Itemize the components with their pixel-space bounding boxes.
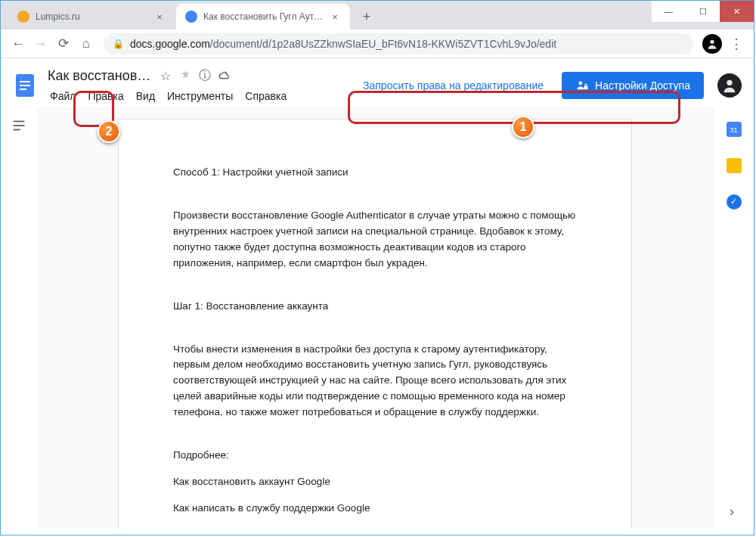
menu-help[interactable]: Справка [240,87,292,105]
svg-rect-4 [20,88,26,90]
document-paragraph: Произвести восстановление Google Authent… [173,208,577,272]
document-paragraph: Шаг 1: Восстановление аккаунта [173,299,577,315]
window-close[interactable]: ✕ [720,1,754,22]
info-icon[interactable]: ⓘ [197,68,212,83]
docs-header: Как восстанов… ☆ ⓘ Файл Правка Вид Инстр… [1,58,754,107]
tab-title: Lumpics.ru [36,11,150,22]
document-paragraph: Подробнее: [173,448,577,464]
browser-tab-docs[interactable]: Как восстановить Гугл Аутентиф × [176,4,350,29]
menu-file[interactable]: Файл [45,87,81,105]
svg-point-0 [710,39,714,43]
svg-rect-10 [14,129,20,131]
browser-tab-lumpics[interactable]: Lumpics.ru × [8,4,175,29]
star-icon[interactable]: ☆ [158,68,173,83]
svg-point-5 [578,82,582,85]
close-icon[interactable]: × [329,11,341,23]
document-paragraph: Способ 1: Настройки учетной записи [173,165,577,181]
menu-view[interactable]: Вид [131,87,160,105]
url-host: docs.google.com [130,38,210,50]
document-paragraph: Как восстановить аккаунт Google [173,474,577,490]
favicon-docs-icon [185,11,197,23]
menu-tools[interactable]: Инструменты [162,87,238,105]
browser-tabstrip: Lumpics.ru × Как восстановить Гугл Аутен… [1,1,754,29]
svg-rect-6 [584,86,587,90]
document-page: Способ 1: Настройки учетной записиПроизв… [118,119,632,529]
request-edit-access-link[interactable]: Запросить права на редактирование [354,73,553,98]
svg-rect-8 [14,121,25,123]
document-paragraph: Как написать в службу поддержки Google [173,501,577,517]
back-button[interactable]: ← [7,33,29,55]
document-paragraph: Чтобы внести изменения в настройки без д… [173,342,577,421]
close-icon[interactable]: × [153,11,166,23]
document-canvas[interactable]: Способ 1: Настройки учетной записиПроизв… [37,107,713,529]
cloud-icon[interactable] [217,68,232,83]
lock-icon: 🔒 [113,39,124,49]
account-avatar[interactable] [717,73,742,98]
person-lock-icon [575,79,589,92]
home-button[interactable]: ⌂ [75,33,98,55]
window-minimize[interactable]: — [652,1,686,22]
new-tab-button[interactable]: + [356,6,377,27]
expand-side-panel-icon[interactable]: › [730,504,734,520]
share-button-label: Настройки Доступа [595,79,690,92]
docs-menubar: Файл Правка Вид Инструменты Справка [45,87,292,105]
menu-edit[interactable]: Правка [82,87,129,105]
url-path: /document/d/1p2a8UsZZknwSIaEU_bFt6vN18-K… [210,38,556,50]
side-panel [713,107,754,529]
svg-rect-2 [20,81,30,82]
svg-rect-9 [14,125,25,126]
keep-icon[interactable] [727,158,742,173]
url-input[interactable]: 🔒 docs.google.com/document/d/1p2a8UsZZkn… [104,33,693,54]
browser-menu-button[interactable]: ⋮ [725,33,748,55]
favicon-lumpics-icon [17,11,29,23]
tab-title: Как восстановить Гугл Аутентиф [203,11,326,22]
docs-logo-icon[interactable] [11,72,39,99]
svg-rect-3 [20,85,30,86]
profile-avatar[interactable] [702,34,722,54]
forward-button: → [29,33,52,55]
window-maximize[interactable]: ☐ [686,1,720,22]
tasks-icon[interactable] [727,194,742,210]
document-title[interactable]: Как восстанов… [45,67,153,85]
move-icon[interactable] [178,68,193,83]
reload-button[interactable]: ⟳ [52,33,75,55]
outline-icon[interactable] [11,117,27,134]
share-button[interactable]: Настройки Доступа [562,72,704,99]
left-sidebar [1,107,37,529]
browser-address-bar: ← → ⟳ ⌂ 🔒 docs.google.com/document/d/1p2… [1,29,754,58]
svg-point-7 [727,80,732,85]
calendar-icon[interactable] [727,122,742,137]
